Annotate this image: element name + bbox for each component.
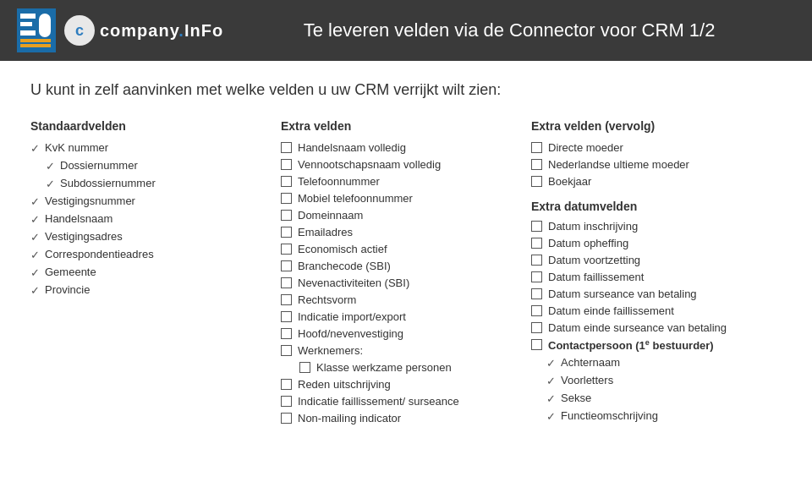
company-info-logo: c company.company InFoInFo	[64, 15, 223, 46]
checkbox-icon	[531, 255, 542, 266]
column-extra-vervolg: Extra velden (vervolg) Directe moeder Ne…	[531, 119, 782, 429]
company-info-text: company.company InFoInFo	[100, 21, 223, 41]
header: c company.company InFoInFo Te leveren ve…	[0, 0, 812, 61]
list-item: Mobiel telefoonnummer	[281, 192, 514, 205]
list-item: Datum einde faillissement	[531, 304, 765, 317]
checkbox-icon	[531, 271, 542, 282]
header-title: Te leveren velden via de Connector voor …	[223, 19, 795, 41]
list-item: ✓ Correspondentieadres	[30, 248, 264, 261]
checkmark-icon: ✓	[546, 410, 556, 423]
checkmark-icon: ✓	[30, 249, 40, 261]
list-item: ✓ Voorletters	[531, 374, 765, 387]
list-item: Non-mailing indicator	[281, 412, 514, 425]
checkmark-icon: ✓	[30, 213, 40, 226]
logo-area: c company.company InFoInFo	[17, 8, 223, 52]
checkbox-icon	[281, 210, 292, 221]
checkbox-icon	[281, 244, 292, 255]
svg-rect-2	[20, 22, 32, 26]
column-extra: Extra velden Handelsnaam volledig Vennoo…	[281, 119, 531, 429]
list-item: Datum voortzetting	[531, 254, 765, 266]
list-item: ✓ Dossiernummer	[30, 159, 264, 173]
list-item: Nevenactiviteiten (SBI)	[281, 277, 514, 289]
column3-title: Extra velden (vervolg)	[531, 119, 765, 133]
checkbox-icon	[281, 413, 292, 424]
list-item: Branchecode (SBI)	[281, 260, 514, 272]
list-item: ✓ Vestigingsadres	[30, 230, 264, 244]
list-item: ✓ Achternaam	[531, 356, 765, 370]
checkbox-icon	[531, 339, 542, 350]
list-item: Telefoonnummer	[281, 175, 514, 188]
checkbox-icon	[281, 159, 292, 170]
list-item: Indicatie import/export	[281, 310, 514, 323]
list-item: Directe moeder	[531, 141, 765, 154]
list-item: Vennootschapsnaam volledig	[281, 158, 514, 171]
main-content: U kunt in zelf aanvinken met welke velde…	[0, 61, 812, 446]
list-item: Boekjaar	[531, 175, 765, 188]
checkbox-icon	[281, 345, 292, 356]
list-item: Klasse werkzame personen	[281, 361, 514, 374]
checkmark-icon: ✓	[30, 231, 40, 244]
checkbox-icon	[299, 362, 310, 373]
list-item: Contactpersoon (1e bestuurder)	[531, 338, 765, 352]
checkbox-icon	[281, 328, 292, 339]
intro-text: U kunt in zelf aanvinken met welke velde…	[30, 81, 782, 99]
checkbox-icon	[281, 311, 292, 322]
list-item: Domeinnaam	[281, 209, 514, 222]
checkbox-icon	[531, 238, 542, 249]
list-item: ✓ Sekse	[531, 392, 765, 405]
list-item: Economisch actief	[281, 243, 514, 255]
checkmark-icon: ✓	[546, 357, 556, 370]
checkbox-icon	[281, 176, 292, 187]
list-item: ✓ KvK nummer	[30, 141, 264, 155]
list-item: Datum inschrijving	[531, 220, 765, 233]
subsection-title-datumvelden: Extra datumvelden	[531, 200, 765, 213]
checkbox-icon	[531, 176, 542, 187]
checkmark-icon: ✓	[30, 142, 40, 155]
column-standaard: Standaardvelden ✓ KvK nummer ✓ Dossiernu…	[30, 119, 281, 429]
checkbox-icon	[281, 379, 292, 390]
list-item: Hoofd/nevenvestiging	[281, 327, 514, 340]
list-item: ✓ Functieomschrijving	[531, 409, 765, 423]
column2-title: Extra velden	[281, 119, 514, 133]
checkmark-icon: ✓	[30, 266, 40, 279]
svg-rect-6	[20, 44, 51, 47]
list-item: Indicatie faillissement/ surseance	[281, 395, 514, 408]
checkbox-icon	[281, 193, 292, 204]
list-item: Rechtsvorm	[281, 293, 514, 306]
checkbox-icon	[281, 142, 292, 153]
checkmark-icon: ✓	[546, 375, 556, 387]
checkmark-icon: ✓	[546, 392, 556, 405]
checkbox-icon	[531, 221, 542, 232]
list-item: ✓ Provincie	[30, 283, 264, 297]
column1-title: Standaardvelden	[30, 119, 264, 133]
checkbox-icon	[531, 159, 542, 170]
svg-rect-5	[20, 39, 51, 42]
list-item: Emailadres	[281, 226, 514, 238]
list-item: Handelsnaam volledig	[281, 141, 514, 154]
checkmark-icon: ✓	[30, 195, 40, 208]
svg-rect-4	[39, 14, 51, 37]
list-item: ✓ Vestigingsnummer	[30, 194, 264, 208]
list-item: Nederlandse ultieme moeder	[531, 158, 765, 171]
checkbox-icon	[531, 322, 542, 333]
list-item: ✓ Handelsnaam	[30, 212, 264, 226]
checkmark-icon: ✓	[46, 160, 55, 173]
list-item: Reden uitschrijving	[281, 378, 514, 391]
checkbox-icon	[281, 260, 292, 271]
checkbox-icon	[281, 294, 292, 305]
list-item: Werknemers:	[281, 344, 514, 357]
svg-rect-3	[20, 30, 36, 36]
list-item: Datum einde surseance van betaling	[531, 321, 765, 334]
list-item: ✓ Gemeente	[30, 266, 264, 279]
list-item: ✓ Subdossiernummer	[30, 177, 264, 190]
checkmark-icon: ✓	[46, 178, 55, 190]
svg-rect-1	[20, 14, 36, 19]
checkmark-icon: ✓	[30, 284, 40, 297]
fd-mediagroep-logo	[17, 8, 56, 52]
checkbox-icon	[281, 396, 292, 407]
checkbox-icon	[281, 227, 292, 238]
ci-circle-icon: c	[64, 15, 95, 46]
columns: Standaardvelden ✓ KvK nummer ✓ Dossiernu…	[30, 119, 782, 429]
list-item: Datum faillissement	[531, 271, 765, 283]
list-item: Datum opheffing	[531, 237, 765, 249]
